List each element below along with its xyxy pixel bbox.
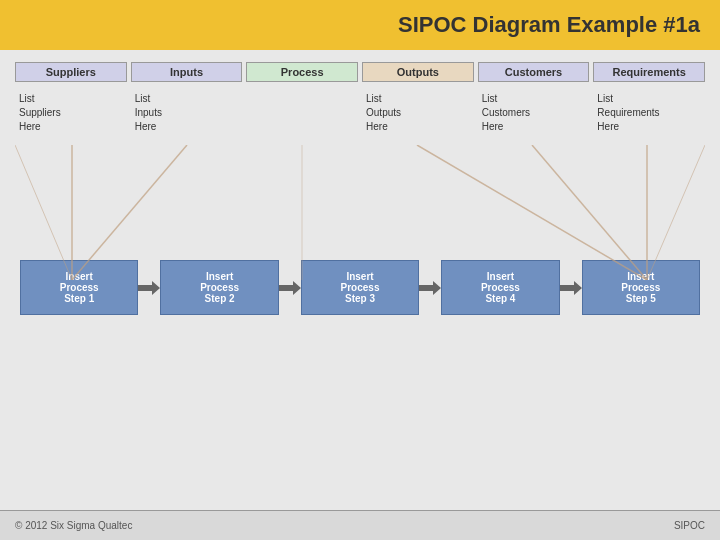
sipoc-header-row: Suppliers Inputs Process Outputs Custome…	[15, 62, 705, 82]
header-requirements: Requirements	[593, 62, 705, 82]
header-inputs: Inputs	[131, 62, 243, 82]
top-bar: SIPOC Diagram Example #1a	[0, 0, 720, 50]
bottom-bar: © 2012 Six Sigma Qualtec SIPOC	[0, 510, 720, 540]
list-requirements: ListRequirementsHere	[593, 90, 705, 150]
list-suppliers: ListSuppliersHere	[15, 90, 127, 150]
svg-marker-13	[279, 281, 301, 295]
header-suppliers: Suppliers	[15, 62, 127, 82]
header-outputs: Outputs	[362, 62, 474, 82]
svg-line-5	[72, 145, 187, 280]
footer-left: © 2012 Six Sigma Qualtec	[15, 520, 132, 531]
arrow-3	[419, 281, 441, 295]
arrow-4	[560, 281, 582, 295]
svg-marker-12	[138, 281, 160, 295]
list-process	[246, 90, 358, 150]
svg-line-9	[15, 145, 72, 280]
page-title: SIPOC Diagram Example #1a	[398, 12, 700, 38]
list-items-row: ListSuppliersHere ListInputsHere ListOut…	[15, 90, 705, 150]
svg-line-7	[532, 145, 647, 280]
svg-line-6	[417, 145, 647, 280]
arrow-1	[138, 281, 160, 295]
svg-marker-14	[419, 281, 441, 295]
funnel-svg	[15, 145, 705, 280]
header-customers: Customers	[478, 62, 590, 82]
footer-right: SIPOC	[674, 520, 705, 531]
main-content: Suppliers Inputs Process Outputs Custome…	[0, 50, 720, 510]
list-outputs: ListOutputsHere	[362, 90, 474, 150]
header-process: Process	[246, 62, 358, 82]
svg-line-10	[647, 145, 705, 280]
arrow-2	[279, 281, 301, 295]
diagram-area: ListSuppliersHere ListInputsHere ListOut…	[15, 90, 705, 280]
list-inputs: ListInputsHere	[131, 90, 243, 150]
svg-marker-15	[560, 281, 582, 295]
list-customers: ListCustomersHere	[478, 90, 590, 150]
